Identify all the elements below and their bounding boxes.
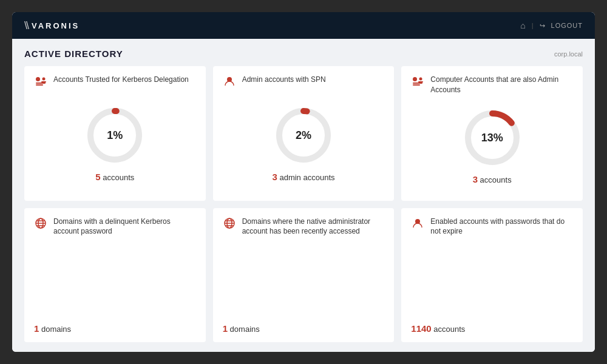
count-value: 3	[473, 174, 478, 184]
card-native-admin[interactable]: Domains where the native administrator a…	[213, 208, 395, 343]
home-icon[interactable]: ⌂	[520, 21, 525, 30]
card-body: 1 domains	[223, 241, 385, 334]
card-title-spn: Admin accounts with SPN	[242, 75, 326, 85]
card-title-native: Domains where the native administrator a…	[242, 217, 385, 237]
donut-percent: 1%	[107, 129, 123, 142]
person-icon	[223, 75, 236, 90]
svg-rect-0	[36, 77, 40, 81]
count-value: 1140	[411, 323, 431, 334]
page-title: ACTIVE DIRECTORY	[24, 49, 123, 59]
card-header: Domains where the native administrator a…	[223, 217, 385, 237]
count-label: admin accounts	[277, 173, 335, 182]
cards-grid: Accounts Trusted for Kerberos Delegation…	[24, 66, 583, 342]
count-value: 3	[272, 172, 277, 182]
header-separator: |	[532, 22, 534, 29]
card-admin-spn[interactable]: Admin accounts with SPN 2% 3 admin accou…	[213, 66, 395, 201]
donut-kerberos: 1%	[84, 105, 145, 166]
svg-point-3	[42, 78, 46, 81]
card-header: Admin accounts with SPN	[223, 75, 385, 90]
card-count: 1 domains	[223, 323, 260, 334]
svg-rect-4	[41, 81, 46, 83]
donut-computer: 13%	[462, 107, 523, 168]
card-header: Domains with a delinquent Kerberos accou…	[34, 217, 196, 237]
card-body: 2% 3 admin accounts	[223, 95, 385, 192]
person-list-icon-2	[411, 75, 424, 90]
logout-button[interactable]: LOGOUT	[551, 22, 583, 29]
svg-rect-2	[36, 84, 43, 86]
count-value: 5	[95, 172, 100, 182]
card-count: 3 admin accounts	[272, 172, 334, 182]
card-body: 13% 3 accounts	[411, 100, 573, 192]
card-count: 5 accounts	[95, 172, 134, 182]
globe-icon-2	[223, 217, 236, 232]
count-label: accounts	[478, 175, 512, 184]
header-right: ⌂ | ↪ LOGOUT	[520, 21, 583, 30]
card-count: 1140 accounts	[411, 323, 465, 334]
card-title-computer: Computer Accounts that are also Admin Ac…	[430, 75, 573, 95]
svg-rect-14	[418, 81, 423, 83]
count-label: accounts	[101, 173, 135, 182]
svg-rect-10	[413, 77, 417, 81]
card-header: Computer Accounts that are also Admin Ac…	[411, 75, 573, 95]
logo-text: VARONIS	[32, 21, 80, 30]
donut-spn: 2%	[273, 105, 334, 166]
count-label: accounts	[432, 325, 466, 334]
card-title-pwnoexpire: Enabled accounts with passwords that do …	[430, 217, 573, 237]
card-header: Accounts Trusted for Kerberos Delegation	[34, 75, 196, 90]
person-icon-2	[411, 217, 424, 232]
donut-percent: 2%	[296, 129, 311, 142]
domain-label: corp.local	[554, 50, 583, 58]
card-body: 1% 5 accounts	[34, 95, 196, 192]
card-kerberos-password[interactable]: Domains with a delinquent Kerberos accou…	[24, 208, 206, 343]
card-title-kerberos: Accounts Trusted for Kerberos Delegation	[53, 75, 189, 85]
svg-rect-1	[36, 83, 46, 84]
count-label: domains	[228, 325, 260, 334]
count-value: 1	[223, 323, 228, 334]
card-header: Enabled accounts with passwords that do …	[411, 217, 573, 237]
card-password-noexpire[interactable]: Enabled accounts with passwords that do …	[401, 208, 583, 343]
card-title-kerbpw: Domains with a delinquent Kerberos accou…	[53, 217, 196, 237]
svg-rect-12	[413, 84, 420, 86]
logout-icon: ↪	[540, 22, 545, 30]
card-body: 1140 accounts	[411, 241, 573, 334]
logo: \\ VARONIS	[24, 19, 80, 32]
card-body: 1 domains	[34, 241, 196, 334]
page-header: ACTIVE DIRECTORY corp.local	[24, 49, 583, 59]
count-label: domains	[39, 325, 71, 334]
donut-percent: 13%	[481, 132, 503, 144]
header: \\ VARONIS ⌂ | ↪ LOGOUT	[12, 12, 595, 39]
card-computer-admin[interactable]: Computer Accounts that are also Admin Ac…	[401, 66, 583, 201]
screen: \\ VARONIS ⌂ | ↪ LOGOUT ACTIVE DIRECTORY…	[12, 12, 595, 352]
globe-icon	[34, 217, 47, 232]
main-content: ACTIVE DIRECTORY corp.local	[12, 39, 595, 352]
logo-icon: \\	[24, 19, 28, 32]
svg-point-13	[419, 78, 422, 81]
card-count: 1 domains	[34, 323, 71, 334]
svg-rect-11	[413, 83, 422, 84]
card-count: 3 accounts	[473, 174, 512, 184]
person-list-icon	[34, 75, 47, 90]
card-kerberos-delegation[interactable]: Accounts Trusted for Kerberos Delegation…	[24, 66, 206, 201]
